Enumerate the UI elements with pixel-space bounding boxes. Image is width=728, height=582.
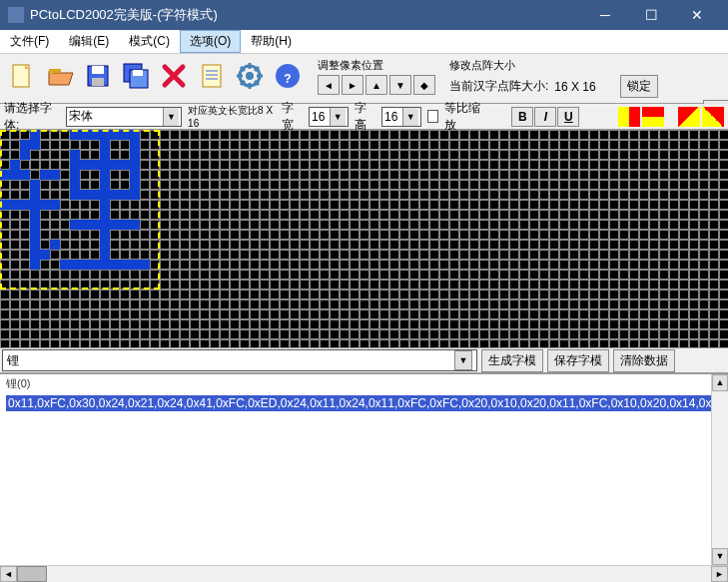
dropdown-icon[interactable]: ▼ [454, 350, 472, 370]
delete-icon[interactable] [156, 58, 192, 94]
rotate-l-icon[interactable] [678, 107, 700, 127]
new-icon[interactable] [4, 58, 40, 94]
output-header: 锂(0) [0, 374, 728, 393]
menubar: 文件(F) 编辑(E) 模式(C) 选项(O) 帮助(H) [0, 30, 728, 54]
move-extra-button[interactable]: ◆ [413, 75, 435, 95]
toolbar: ? 调整像素位置 ◄ ► ▲ ▼ ◆ 修改点阵大小 当前汉字点阵大小: 16 X… [0, 54, 728, 104]
underline-button[interactable]: U [557, 107, 579, 127]
lock-button[interactable]: 锁定 [620, 75, 658, 98]
menu-options[interactable]: 选项(O) [180, 30, 241, 53]
font-label: 请选择字体: [4, 100, 60, 134]
hex-data: 0x11,0xFC,0x30,0x24,0x21,0x24,0x41,0xFC,… [6, 395, 728, 411]
current-size-label: 当前汉字点阵大小: [449, 78, 548, 95]
help-icon[interactable]: ? [270, 58, 306, 94]
close-button[interactable]: ✕ [674, 0, 720, 30]
move-up-button[interactable]: ▲ [365, 75, 387, 95]
width-label: 字宽 [282, 100, 303, 134]
menu-file[interactable]: 文件(F) [0, 30, 59, 53]
save-font-button[interactable]: 保存字模 [547, 349, 609, 372]
svg-point-13 [246, 72, 254, 80]
font-select[interactable]: 宋体▼ [66, 107, 182, 127]
italic-button[interactable]: I [534, 107, 556, 127]
font-row: 请选择字体: 宋体▼ 对应英文长宽比8 X 16 字宽 16▼ 字高 16▼ 等… [0, 104, 728, 130]
titlebar: PCtoLCD2002完美版-(字符模式) ─ ☐ ✕ [0, 0, 728, 30]
minimize-button[interactable]: ─ [582, 0, 628, 30]
menu-edit[interactable]: 编辑(E) [59, 30, 119, 53]
flip-h-icon[interactable] [618, 107, 640, 127]
width-select[interactable]: 16▼ [309, 107, 349, 127]
svg-rect-3 [92, 66, 104, 74]
svg-text:?: ? [284, 72, 291, 86]
open-icon[interactable] [42, 58, 78, 94]
svg-rect-1 [49, 69, 61, 73]
pixelpos-label: 调整像素位置 [318, 58, 435, 73]
vertical-scrollbar[interactable]: ▲ ▼ [711, 374, 728, 565]
dotsize-label: 修改点阵大小 [449, 58, 515, 73]
char-input[interactable]: 锂 ▼ [2, 349, 477, 371]
maximize-button[interactable]: ☐ [628, 0, 674, 30]
move-down-button[interactable]: ▼ [389, 75, 411, 95]
menu-help[interactable]: 帮助(H) [241, 30, 302, 53]
generate-button[interactable]: 生成字模 [481, 349, 543, 372]
current-size-value: 16 X 16 [554, 80, 595, 94]
move-right-button[interactable]: ► [342, 75, 364, 95]
pixel-canvas[interactable] [0, 130, 728, 347]
clear-button[interactable]: 清除数据 [613, 349, 675, 372]
svg-rect-7 [133, 70, 143, 76]
svg-rect-4 [92, 78, 104, 86]
input-row: 锂 ▼ 生成字模 保存字模 清除数据 [0, 347, 728, 373]
menu-mode[interactable]: 模式(C) [119, 30, 180, 53]
notes-icon[interactable] [194, 58, 230, 94]
rotate-r-icon[interactable] [702, 107, 724, 127]
output-text[interactable]: 0x11,0xFC,0x30,0x24,0x21,0x24,0x41,0xFC,… [0, 393, 728, 565]
saveas-icon[interactable] [118, 58, 154, 94]
flip-v-icon[interactable] [642, 107, 664, 127]
save-icon[interactable] [80, 58, 116, 94]
svg-rect-8 [203, 65, 221, 87]
output-area: 锂(0) 0x11,0xFC,0x30,0x24,0x21,0x24,0x41,… [0, 373, 728, 565]
ratio-label: 对应英文长宽比8 X 16 [188, 104, 276, 129]
scale-checkbox[interactable] [427, 110, 439, 123]
horizontal-scrollbar[interactable]: ◄ ► [0, 565, 728, 582]
height-label: 字高 [355, 100, 375, 134]
scale-label: 等比缩放 [444, 100, 487, 134]
settings-icon[interactable] [232, 58, 268, 94]
window-title: PCtoLCD2002完美版-(字符模式) [30, 6, 582, 24]
pixel-position-group: 调整像素位置 ◄ ► ▲ ▼ ◆ [314, 56, 439, 97]
move-left-button[interactable]: ◄ [318, 75, 340, 95]
height-select[interactable]: 16▼ [381, 107, 421, 127]
app-icon [8, 7, 24, 23]
bold-button[interactable]: B [511, 107, 533, 127]
